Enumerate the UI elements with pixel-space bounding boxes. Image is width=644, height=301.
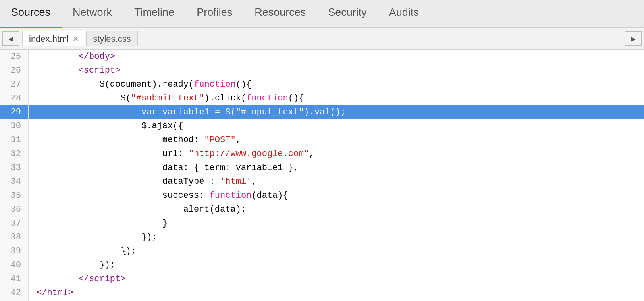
tab-network[interactable]: Network: [62, 0, 123, 28]
code-content-25: </body>: [29, 50, 115, 64]
tab-profiles[interactable]: Profiles: [185, 0, 243, 28]
line-number-34: 34: [0, 175, 29, 189]
code-content-36: alert(data);: [29, 203, 246, 216]
tab-sources[interactable]: Sources: [0, 0, 62, 28]
code-line-26: 26 <script>: [0, 64, 644, 77]
code-line-42: 42 </html>: [0, 286, 644, 300]
file-tab-index-label: index.html: [29, 34, 69, 44]
code-content-42: </html>: [29, 286, 73, 300]
line-number-40: 40: [0, 258, 29, 272]
line-number-26: 26: [0, 64, 29, 77]
code-line-39: 39 });: [0, 244, 644, 258]
code-content-41: </script>: [29, 272, 125, 286]
code-line-37: 37 }: [0, 216, 644, 230]
tab-security[interactable]: Security: [317, 0, 378, 28]
line-number-39: 39: [0, 244, 29, 258]
file-tab-index-html[interactable]: index.html ✕: [22, 31, 85, 46]
code-line-32: 32 url: "http://www.google.com",: [0, 147, 644, 161]
code-line-30: 30 $.ajax({: [0, 119, 644, 133]
file-tab-styles-css[interactable]: styles.css: [86, 31, 137, 46]
line-number-28: 28: [0, 91, 29, 105]
code-line-29: 29 var variable1 = $("#input_text").val(…: [0, 105, 644, 119]
line-number-42: 42: [0, 286, 29, 300]
code-line-25: 25 </body>: [0, 50, 644, 64]
nav-back-icon: ◀: [8, 35, 13, 42]
code-content-27: $(document).ready(function(){: [29, 77, 251, 91]
code-editor[interactable]: 25 </body> 26 <script> 27 $(document).re…: [0, 50, 644, 301]
code-content-32: url: "http://www.google.com",: [29, 147, 314, 161]
line-number-41: 41: [0, 272, 29, 286]
nav-back-button[interactable]: ◀: [2, 31, 19, 46]
code-line-40: 40 });: [0, 258, 644, 272]
code-line-35: 35 success: function(data){: [0, 189, 644, 203]
code-line-34: 34 dataType : 'html',: [0, 175, 644, 189]
line-number-32: 32: [0, 147, 29, 161]
tab-audits[interactable]: Audits: [378, 0, 430, 28]
code-line-36: 36 alert(data);: [0, 203, 644, 216]
code-line-31: 31 method: "POST",: [0, 133, 644, 147]
code-line-33: 33 data: { term: variable1 },: [0, 161, 644, 175]
file-tab-styles-label: styles.css: [93, 34, 131, 44]
line-number-27: 27: [0, 77, 29, 91]
main-content: ◀ index.html ✕ styles.css ▶ 25 </body> 2…: [0, 28, 644, 301]
line-number-25: 25: [0, 50, 29, 64]
code-content-33: data: { term: variable1 },: [29, 161, 299, 175]
main-tab-bar: Sources Network Timeline Profiles Resour…: [0, 0, 644, 28]
code-content-29: var variable1 = $("#input_text").val();: [29, 105, 346, 119]
code-line-28: 28 $("#submit_text").click(function(){: [0, 91, 644, 105]
code-content-30: $.ajax({: [29, 119, 183, 133]
line-number-30: 30: [0, 119, 29, 133]
code-content-31: method: "POST",: [29, 133, 241, 147]
code-content-38: });: [29, 230, 157, 244]
code-content-40: });: [29, 258, 115, 272]
line-number-37: 37: [0, 216, 29, 230]
code-line-27: 27 $(document).ready(function(){: [0, 77, 644, 91]
line-number-29: 29: [0, 105, 29, 119]
file-tab-bar: ◀ index.html ✕ styles.css ▶: [0, 28, 644, 50]
line-number-38: 38: [0, 230, 29, 244]
code-content-39: });: [29, 244, 136, 258]
code-line-41: 41 </script>: [0, 272, 644, 286]
code-content-35: success: function(data){: [29, 189, 288, 203]
code-content-26: <script>: [29, 64, 120, 77]
line-number-36: 36: [0, 203, 29, 216]
code-content-28: $("#submit_text").click(function(){: [29, 91, 304, 105]
tab-resources[interactable]: Resources: [243, 0, 317, 28]
line-number-33: 33: [0, 161, 29, 175]
code-line-38: 38 });: [0, 230, 644, 244]
nav-forward-icon: ▶: [631, 35, 636, 42]
line-number-35: 35: [0, 189, 29, 203]
close-file-tab-button[interactable]: ✕: [73, 35, 79, 43]
tab-timeline[interactable]: Timeline: [123, 0, 185, 28]
code-content-34: dataType : 'html',: [29, 175, 257, 189]
line-number-31: 31: [0, 133, 29, 147]
nav-forward-button[interactable]: ▶: [625, 31, 642, 46]
code-content-37: }: [29, 216, 168, 230]
